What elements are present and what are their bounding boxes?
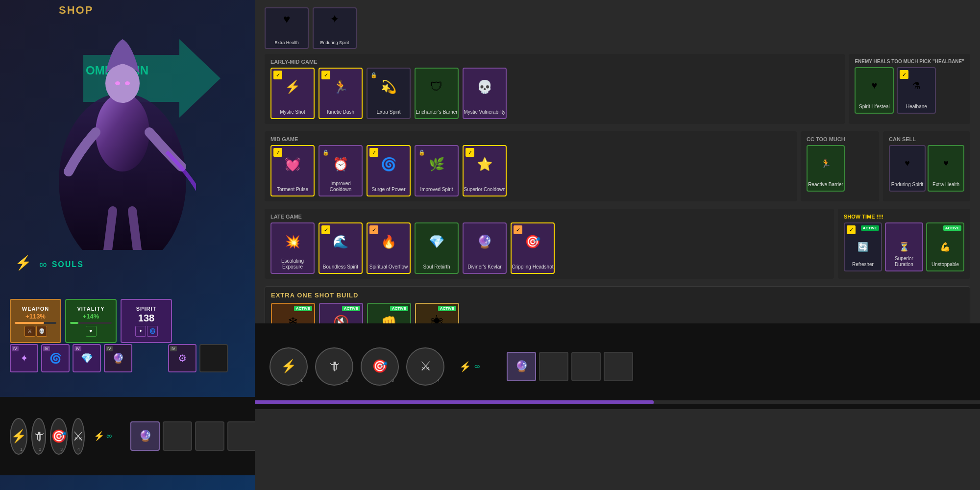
- item-extra-spirit[interactable]: 🔒 💫 Extra Spirit: [367, 68, 411, 119]
- item-soul-rebirth[interactable]: 💎 Soul Rebirth: [415, 222, 459, 274]
- bottom-ability-4[interactable]: ⚔ 4: [406, 347, 444, 386]
- superior-cooldown-name: Superior Cooldown: [464, 187, 505, 193]
- cc-too-much-section: CC TOO MUCH 🏃 Reactive Barrier: [801, 131, 879, 201]
- item-improved-cooldown[interactable]: 🔒 ⏰ Improved Cooldown: [318, 145, 363, 196]
- bottom-item-2[interactable]: [163, 421, 192, 451]
- item-reactive-barrier[interactable]: 🏃 Reactive Barrier: [807, 145, 845, 192]
- item-shadow-weave[interactable]: ACTIVE 🕷 Shadow Weave: [415, 303, 459, 323]
- kinetic-dash-name: Kinetic Dash: [327, 109, 354, 115]
- item-spiritual-overflow[interactable]: ✓ 🔥 Spiritual Overflow: [367, 222, 411, 274]
- spirit-ability-card-1[interactable]: ✦ IV: [10, 344, 38, 372]
- item-escalating-exposure[interactable]: 💥 Escalating Exposure: [270, 222, 315, 274]
- extra-one-shot-section: EXTRA ONE SHOT BUILD ACTIVE ❄ Cold Front…: [265, 286, 970, 323]
- ability-btn-3[interactable]: 🎯 3: [50, 418, 68, 455]
- level-badge-2: IV: [43, 346, 50, 351]
- mid-game-section: mid game ✓ 💓 Torment Pulse 🔒 ⏰ Impro: [265, 131, 797, 201]
- weapon-label: WEAPON: [22, 306, 49, 312]
- early-mid-items: ✓ ⚡ Mystic Shot ✓ 🏃 Kinetic Dash 🔒: [270, 68, 839, 119]
- ability-4-icon: ⚔: [73, 429, 84, 444]
- ability-btn-2[interactable]: 🗡 2: [31, 418, 46, 455]
- svg-point-2: [105, 64, 140, 103]
- item-diviners-kevlar[interactable]: 🔮 Diviner's Kevlar: [463, 222, 507, 274]
- healbane-note: Enemy heals too much pick "Healbane": [855, 59, 964, 64]
- weapon-bar-fill: [15, 322, 44, 324]
- item-boundless-spirit[interactable]: ✓ 🌊 Boundless Spirit: [318, 222, 363, 274]
- item-enduring-spirit-sell[interactable]: ♥ Enduring Spirit: [889, 145, 926, 192]
- bottom-item-3[interactable]: [195, 421, 224, 451]
- inventory-slot-2[interactable]: [539, 352, 568, 381]
- bottom-right-items: 🔮: [130, 421, 255, 451]
- top-item-extra-health[interactable]: ♥ Extra Health: [265, 7, 309, 49]
- top-item-enduring-spirit[interactable]: ✦ Enduring Spirit: [313, 7, 357, 49]
- spirit-label: SPIRIT: [136, 306, 156, 312]
- item-healbane[interactable]: ✓ ⚗ Healbane: [897, 67, 936, 114]
- mystic-vulnerability-name: Mystic Vulnerability: [464, 109, 505, 115]
- enchanters-barrier-icon: 🛡: [423, 74, 450, 100]
- late-game-row: late game 💥 Escalating Exposure ✓ 🌊 Boun…: [265, 209, 970, 279]
- torment-pulse-icon: 💓: [279, 151, 306, 178]
- early-mid-title: early-mid game: [270, 59, 839, 65]
- bottom-ability-3[interactable]: 🎯 3: [361, 347, 399, 386]
- late-game-items: 💥 Escalating Exposure ✓ 🌊 Boundless Spir…: [270, 222, 828, 274]
- item-crippling-headshot[interactable]: ✓ 🎯 Crippling Headshot: [511, 222, 555, 274]
- improved-spirit-icon: 🌿: [423, 151, 450, 178]
- item-mystic-vulnerability[interactable]: 💀 Mystic Vulnerability: [463, 68, 507, 119]
- souls-bottom-right: ⚡ ∞: [459, 361, 480, 372]
- reactive-barrier-name: Reactive Barrier: [808, 182, 843, 188]
- stats-row: WEAPON +113% ⚔ 💀 VITALITY +14% ♥ SPIRIT …: [10, 299, 172, 343]
- spirit-ability-card-2[interactable]: 🌀 IV: [41, 344, 70, 372]
- spirit-ability-2[interactable]: 🌀: [147, 326, 158, 337]
- ability-btn-4[interactable]: ⚔ 4: [72, 418, 85, 455]
- spirit-ability-card-4[interactable]: 🔮 IV: [104, 344, 132, 372]
- infinity-icon: ∞: [39, 258, 47, 271]
- item-enchanters-barrier[interactable]: 🛡 Enchanter's Barrier: [415, 68, 459, 119]
- vitality-stat: VITALITY +14% ♥: [65, 299, 117, 343]
- bottom-ability-1[interactable]: ⚡ 1: [270, 347, 308, 386]
- souls-bottom-right-icon: ⚡: [459, 361, 471, 372]
- item-superior-cooldown[interactable]: ✓ ⭐ Superior Cooldown: [463, 145, 507, 196]
- ability-btn-1[interactable]: ⚡ 1: [10, 418, 27, 455]
- diviners-kevlar-icon: 🔮: [471, 228, 498, 255]
- torment-pulse-name: Torment Pulse: [277, 187, 308, 193]
- svg-point-1: [96, 93, 149, 172]
- souls-label: SOULS: [52, 260, 84, 269]
- spirit-ability-1[interactable]: ✦: [135, 326, 146, 337]
- inventory-slot-3[interactable]: [571, 352, 601, 381]
- flex-ability-1[interactable]: ⚙ IV: [168, 344, 196, 372]
- item-improved-spirit[interactable]: 🔒 🌿 Improved Spirit: [415, 145, 459, 196]
- extra-items: ACTIVE ❄ Cold Front ACTIVE 🔇 Silence Gly…: [271, 303, 964, 323]
- item-cold-front[interactable]: ACTIVE ❄ Cold Front: [271, 303, 315, 323]
- ability-3-num: 3: [60, 447, 63, 452]
- inventory-slot-1[interactable]: 🔮: [507, 352, 536, 381]
- item-spirit-lifesteal[interactable]: ♥ Spirit Lifesteal: [855, 67, 894, 114]
- healbane-side-section: Enemy heals too much pick "Healbane" ♥ S…: [849, 54, 970, 124]
- item-mystic-shot[interactable]: ✓ ⚡ Mystic Shot: [270, 68, 315, 119]
- ability-3-icon: 🎯: [51, 429, 67, 444]
- scroll-container[interactable]: ♥ Extra Health ✦ Enduring Spirit early-m…: [255, 0, 980, 323]
- item-phantom-strike[interactable]: ACTIVE 👊 Phantom Strike: [367, 303, 411, 323]
- item-refresher[interactable]: ✓ ACTIVE 🔄 Refresher: [844, 222, 882, 271]
- item-superior-duration[interactable]: ⏳ Superior Duration: [885, 222, 923, 271]
- item-surge-of-power[interactable]: ✓ 🌀 Surge of Power: [367, 145, 411, 196]
- bottom-ability-2[interactable]: 🗡 2: [315, 347, 353, 386]
- bottom-item-1[interactable]: 🔮: [130, 421, 160, 451]
- item-unstoppable[interactable]: ACTIVE 💪 Unstoppable: [926, 222, 964, 271]
- spirit-ability-card-3[interactable]: 💎 IV: [73, 344, 101, 372]
- enduring-spirit-name: Enduring Spirit: [320, 40, 349, 46]
- item-torment-pulse[interactable]: ✓ 💓 Torment Pulse: [270, 145, 315, 196]
- inventory-slot-4[interactable]: [604, 352, 633, 381]
- item-silence-glyph[interactable]: ACTIVE 🔇 Silence Glyph: [319, 303, 363, 323]
- item-extra-health-sell[interactable]: ♥ Extra Health: [928, 145, 964, 192]
- vitality-ability-1[interactable]: ♥: [86, 326, 97, 337]
- souls-bottom-symbol: ⚡: [94, 431, 104, 441]
- bottom-item-4[interactable]: [227, 421, 255, 451]
- souls-bar: ⚡ ∞ SOULS: [15, 255, 84, 274]
- ability-row-2: ✦ IV 🌀 IV 💎 IV 🔮 IV: [10, 344, 132, 372]
- item-kinetic-dash[interactable]: ✓ 🏃 Kinetic Dash: [318, 68, 363, 119]
- extra-health-sell-icon: ♥: [932, 150, 959, 177]
- flex-ability-empty: [199, 344, 228, 372]
- weapon-ability-2[interactable]: 💀: [36, 326, 47, 337]
- extra-spirit-name: Extra Spirit: [377, 109, 401, 115]
- weapon-ability-1[interactable]: ⚔: [24, 326, 35, 337]
- enduring-spirit-icon: ✦: [330, 12, 340, 26]
